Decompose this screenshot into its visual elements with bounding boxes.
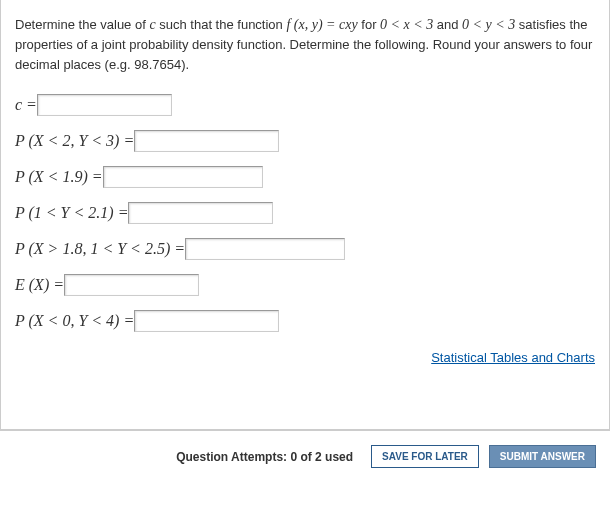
math-fn: f (x, y) = cxy [286, 17, 357, 32]
answer-row-ex: E (X) = [15, 274, 595, 296]
input-p3[interactable] [128, 202, 273, 224]
answer-row-p5: P (X < 0, Y < 4) = [15, 310, 595, 332]
answer-row-c: c = [15, 94, 595, 116]
question-panel: Determine the value of c such that the f… [0, 0, 610, 430]
label-p5: P (X < 0, Y < 4) = [15, 312, 134, 330]
label-p3: P (1 < Y < 2.1) = [15, 204, 128, 222]
stat-tables-link[interactable]: Statistical Tables and Charts [431, 350, 595, 365]
link-block: Statistical Tables and Charts [15, 350, 595, 365]
problem-statement: Determine the value of c such that the f… [15, 14, 595, 74]
text: for [358, 17, 380, 32]
label-c: c = [15, 96, 37, 114]
text: Determine the value of [15, 17, 149, 32]
attempts-text: Question Attempts: 0 of 2 used [176, 450, 353, 464]
label-p4: P (X > 1.8, 1 < Y < 2.5) = [15, 240, 185, 258]
answer-row-p4: P (X > 1.8, 1 < Y < 2.5) = [15, 238, 595, 260]
save-for-later-button[interactable]: SAVE FOR LATER [371, 445, 479, 468]
input-ex[interactable] [64, 274, 199, 296]
text: and [433, 17, 462, 32]
answer-row-p1: P (X < 2, Y < 3) = [15, 130, 595, 152]
input-p5[interactable] [134, 310, 279, 332]
submit-answer-button[interactable]: SUBMIT ANSWER [489, 445, 596, 468]
footer-bar: Question Attempts: 0 of 2 used SAVE FOR … [0, 430, 610, 482]
label-p1: P (X < 2, Y < 3) = [15, 132, 134, 150]
input-p4[interactable] [185, 238, 345, 260]
math-cond2: 0 < y < 3 [462, 17, 515, 32]
math-cond1: 0 < x < 3 [380, 17, 433, 32]
input-p1[interactable] [134, 130, 279, 152]
input-c[interactable] [37, 94, 172, 116]
text: such that the function [156, 17, 287, 32]
input-p2[interactable] [103, 166, 263, 188]
answer-row-p2: P (X < 1.9) = [15, 166, 595, 188]
answer-row-p3: P (1 < Y < 2.1) = [15, 202, 595, 224]
label-ex: E (X) = [15, 276, 64, 294]
label-p2: P (X < 1.9) = [15, 168, 103, 186]
